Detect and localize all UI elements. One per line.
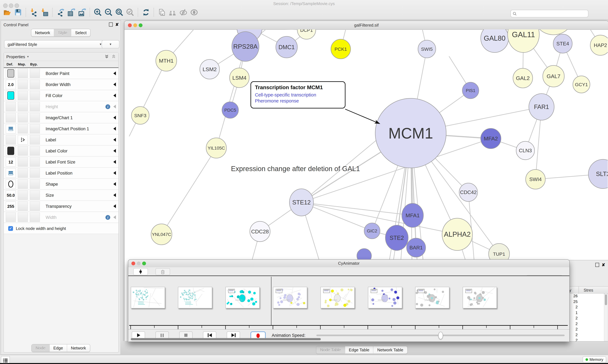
animation-speed-slider[interactable] <box>316 335 565 336</box>
default-cell[interactable] <box>6 113 16 122</box>
default-cell[interactable] <box>6 212 16 222</box>
animation-timeline[interactable]: 0123456789Seconds <box>128 276 569 329</box>
network-canvas[interactable]: DCP1RPS28ADMC1PCK1SWI5GAL80GAL11STE4HAP2… <box>124 29 608 260</box>
show-all-icon[interactable] <box>189 8 199 17</box>
color-swatch[interactable] <box>7 69 14 78</box>
node-nbot1[interactable] <box>357 248 372 260</box>
node-yil105c[interactable]: YIL105C <box>206 138 226 158</box>
default-cell[interactable] <box>6 179 16 189</box>
style-options-button[interactable]: ▼ <box>102 40 119 48</box>
default-cell[interactable] <box>6 102 16 111</box>
mapping-cell[interactable] <box>18 190 28 200</box>
delete-frame-button[interactable] <box>155 268 170 275</box>
table-cell-value[interactable]: 2 <box>564 333 604 338</box>
bypass-cell[interactable] <box>30 124 40 133</box>
node-slt2[interactable]: SLT2 <box>588 159 608 188</box>
default-cell[interactable] <box>6 69 16 78</box>
node-swi5[interactable]: SWI5 <box>418 40 436 58</box>
node-lsm2[interactable]: LSM2 <box>200 59 220 79</box>
mapping-cell[interactable] <box>18 157 28 167</box>
memory-button[interactable]: Memory <box>582 356 606 363</box>
expand-all-icon[interactable] <box>105 54 109 59</box>
default-value[interactable]: 2.0 <box>8 82 14 87</box>
expand-property-icon[interactable] <box>113 105 116 108</box>
play-button[interactable] <box>132 331 145 339</box>
node-pis1[interactable]: PIS1 <box>462 82 479 99</box>
bypass-cell[interactable] <box>30 80 40 89</box>
bypass-cell[interactable] <box>30 201 40 211</box>
keyframe-thumbnail-2s[interactable] <box>225 287 260 308</box>
default-cell[interactable] <box>6 91 16 100</box>
mapping-cell[interactable] <box>18 212 28 222</box>
mapping-cell[interactable] <box>18 135 28 144</box>
default-cell[interactable]: 255 <box>6 201 16 211</box>
node-ynl047c[interactable]: YNL047C <box>151 224 172 245</box>
mapping-cell[interactable] <box>18 168 28 178</box>
export-table-icon[interactable] <box>67 8 76 17</box>
bypass-cell[interactable] <box>30 146 40 156</box>
node-gcy1[interactable]: GCY1 <box>573 76 590 93</box>
expand-property-icon[interactable] <box>113 127 116 130</box>
bypass-cell[interactable] <box>30 69 40 78</box>
show-panels-button[interactable] <box>1 356 10 364</box>
search-input[interactable] <box>518 11 586 16</box>
expand-property-icon[interactable] <box>113 71 116 75</box>
node-cln3[interactable]: CLN3 <box>516 141 535 160</box>
default-cell[interactable] <box>6 146 16 156</box>
keyframe-thumbnail-7s[interactable] <box>463 287 497 308</box>
keyframe-thumbnail-5s[interactable] <box>368 287 402 308</box>
color-swatch[interactable] <box>7 91 14 100</box>
expand-property-icon[interactable] <box>113 204 116 208</box>
column-header-stress[interactable]: Stres <box>584 288 593 293</box>
bypass-cell[interactable] <box>30 113 40 122</box>
expand-property-icon[interactable] <box>113 160 116 164</box>
zoom-fit-icon[interactable] <box>115 8 124 17</box>
node-pck1[interactable]: PCK1 <box>331 39 351 59</box>
node-ste12[interactable]: STE12 <box>290 189 314 216</box>
expand-property-icon[interactable] <box>113 94 116 97</box>
keyframe-thumbnail-4s[interactable] <box>320 287 355 308</box>
skip-end-button[interactable] <box>227 331 240 339</box>
table-scrollbar[interactable] <box>605 294 607 341</box>
speed-slider-thumb[interactable] <box>438 332 443 339</box>
open-session-icon[interactable] <box>2 8 12 17</box>
default-value[interactable]: 255 <box>7 204 14 208</box>
node-cdc42[interactable]: CDC42 <box>459 183 478 201</box>
properties-header[interactable]: Properties <box>6 54 25 59</box>
default-value[interactable]: 50.0 <box>7 193 15 197</box>
zoom-selected-icon[interactable] <box>125 8 135 17</box>
tab-select[interactable]: Select <box>71 29 90 36</box>
duplicate-network-icon[interactable] <box>157 8 166 17</box>
keyframe-thumbnail-3s[interactable] <box>273 287 307 308</box>
mapping-cell[interactable] <box>18 69 28 78</box>
stop-button[interactable] <box>179 331 193 339</box>
panel-tab-network[interactable]: Network <box>67 344 90 352</box>
bypass-cell[interactable] <box>30 190 40 200</box>
mapping-cell[interactable] <box>18 146 28 156</box>
default-cell[interactable] <box>6 168 16 178</box>
bypass-cell[interactable] <box>30 179 40 189</box>
expand-property-icon[interactable] <box>113 116 116 119</box>
panel-tab-node[interactable]: Node <box>32 344 50 352</box>
table-tab-network-table[interactable]: Network Table <box>373 346 407 353</box>
expand-property-icon[interactable] <box>113 138 116 142</box>
mapping-cell[interactable] <box>18 113 28 122</box>
close-panel-icon[interactable]: ✘ <box>602 263 605 267</box>
close-panel-icon[interactable]: ✘ <box>115 23 119 26</box>
node-ste4[interactable]: STE4 <box>553 34 572 53</box>
mapping-cell[interactable] <box>18 201 28 211</box>
bypass-cell[interactable] <box>30 157 40 167</box>
table-cell-value[interactable]: 25 <box>564 299 604 305</box>
export-image-icon[interactable] <box>77 8 87 17</box>
node-gal80[interactable]: GAL80 <box>481 29 509 52</box>
table-cell-value[interactable]: 1 <box>564 310 604 316</box>
mapping-cell[interactable] <box>18 124 28 133</box>
float-panel-icon[interactable] <box>595 263 599 267</box>
expand-property-icon[interactable] <box>113 149 116 153</box>
tab-network[interactable]: Network <box>31 29 54 36</box>
annotation-link[interactable]: Cell-type-specific transcription <box>255 92 341 98</box>
node-mth1[interactable]: MTH1 <box>156 50 177 71</box>
table-tab-edge-table[interactable]: Edge Table <box>345 346 373 353</box>
bypass-cell[interactable] <box>30 102 40 111</box>
node-alpha2[interactable]: ALPHA2 <box>442 218 472 250</box>
